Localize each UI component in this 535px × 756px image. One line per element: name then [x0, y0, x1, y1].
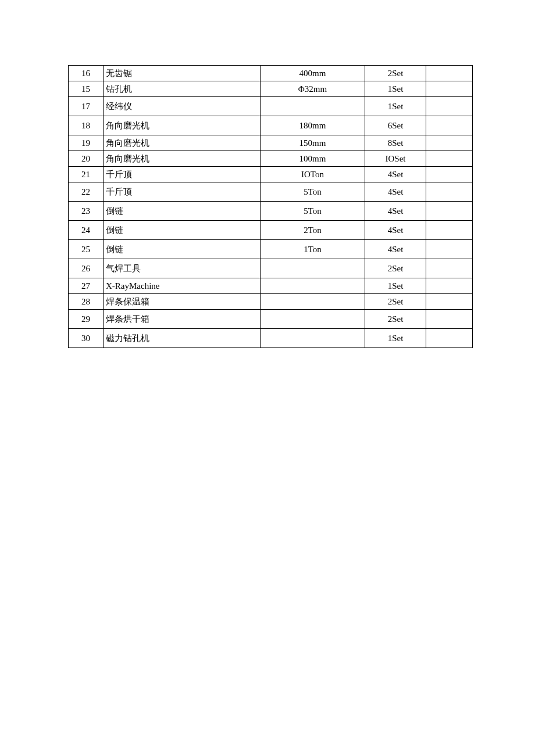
table-row: 20角向磨光机100mmIOSet: [69, 151, 473, 167]
cell-num: 24: [69, 221, 104, 240]
cell-num: 16: [69, 66, 104, 81]
cell-num: 23: [69, 202, 104, 221]
cell-name: 倒链: [104, 240, 261, 259]
table-row: 21千斤顶IOTon4Set: [69, 167, 473, 182]
cell-spec: [261, 259, 365, 278]
table-row: 27X-RayMachine1Set: [69, 278, 473, 294]
cell-num: 19: [69, 135, 104, 151]
cell-name: 钻孔机: [104, 81, 261, 97]
table-row: 25倒链1Ton4Set: [69, 240, 473, 259]
table-row: 19角向磨光机150mm8Set: [69, 135, 473, 151]
cell-remark: [426, 97, 473, 116]
cell-name: 角向磨光机: [104, 151, 261, 167]
cell-remark: [426, 259, 473, 278]
cell-num: 17: [69, 97, 104, 116]
cell-spec: [261, 97, 365, 116]
cell-qty: 1Set: [365, 81, 426, 97]
table-row: 22千斤顶5Ton4Set: [69, 182, 473, 202]
cell-name: 焊条保温箱: [104, 294, 261, 310]
cell-qty: 4Set: [365, 202, 426, 221]
cell-remark: [426, 182, 473, 202]
cell-num: 30: [69, 329, 104, 348]
cell-qty: 1Set: [365, 329, 426, 348]
cell-spec: IOTon: [261, 167, 365, 182]
table-row: 16无齿锯400mm2Set: [69, 66, 473, 81]
cell-qty: 2Set: [365, 310, 426, 329]
cell-name: 角向磨光机: [104, 135, 261, 151]
cell-num: 27: [69, 278, 104, 294]
cell-num: 25: [69, 240, 104, 259]
cell-qty: 2Set: [365, 259, 426, 278]
table-row: 17经纬仪1Set: [69, 97, 473, 116]
cell-qty: 4Set: [365, 182, 426, 202]
cell-spec: 100mm: [261, 151, 365, 167]
cell-remark: [426, 221, 473, 240]
cell-num: 15: [69, 81, 104, 97]
cell-remark: [426, 66, 473, 81]
cell-num: 29: [69, 310, 104, 329]
cell-spec: 400mm: [261, 66, 365, 81]
table-row: 18角向磨光机180mm6Set: [69, 116, 473, 135]
table-row: 24倒链2Ton4Set: [69, 221, 473, 240]
cell-spec: 1Ton: [261, 240, 365, 259]
cell-spec: Φ32mm: [261, 81, 365, 97]
cell-name: 角向磨光机: [104, 116, 261, 135]
cell-qty: 1Set: [365, 97, 426, 116]
cell-remark: [426, 310, 473, 329]
cell-qty: 4Set: [365, 167, 426, 182]
cell-qty: 1Set: [365, 278, 426, 294]
table-row: 15钻孔机Φ32mm1Set: [69, 81, 473, 97]
cell-remark: [426, 240, 473, 259]
cell-remark: [426, 329, 473, 348]
cell-num: 26: [69, 259, 104, 278]
table-row: 28焊条保温箱2Set: [69, 294, 473, 310]
cell-spec: [261, 310, 365, 329]
cell-name: 千斤顶: [104, 182, 261, 202]
cell-remark: [426, 202, 473, 221]
cell-remark: [426, 81, 473, 97]
cell-name: 无齿锯: [104, 66, 261, 81]
cell-spec: 2Ton: [261, 221, 365, 240]
cell-remark: [426, 151, 473, 167]
table-row: 23倒链5Ton4Set: [69, 202, 473, 221]
cell-remark: [426, 135, 473, 151]
cell-spec: [261, 329, 365, 348]
cell-name: X-RayMachine: [104, 278, 261, 294]
cell-remark: [426, 294, 473, 310]
cell-remark: [426, 278, 473, 294]
cell-spec: [261, 278, 365, 294]
cell-name: 倒链: [104, 202, 261, 221]
cell-num: 28: [69, 294, 104, 310]
cell-spec: 5Ton: [261, 202, 365, 221]
cell-num: 21: [69, 167, 104, 182]
cell-name: 磁力钻孔机: [104, 329, 261, 348]
cell-qty: 4Set: [365, 221, 426, 240]
cell-remark: [426, 167, 473, 182]
table-row: 26气焊工具2Set: [69, 259, 473, 278]
cell-num: 18: [69, 116, 104, 135]
cell-spec: 5Ton: [261, 182, 365, 202]
cell-qty: 6Set: [365, 116, 426, 135]
cell-name: 千斤顶: [104, 167, 261, 182]
cell-name: 焊条烘干箱: [104, 310, 261, 329]
cell-qty: 8Set: [365, 135, 426, 151]
cell-spec: 180mm: [261, 116, 365, 135]
cell-num: 22: [69, 182, 104, 202]
cell-spec: 150mm: [261, 135, 365, 151]
cell-name: 倒链: [104, 221, 261, 240]
cell-spec: [261, 294, 365, 310]
cell-qty: 2Set: [365, 294, 426, 310]
cell-num: 20: [69, 151, 104, 167]
cell-qty: 4Set: [365, 240, 426, 259]
equipment-table: 16无齿锯400mm2Set15钻孔机Φ32mm1Set17经纬仪1Set18角…: [68, 65, 473, 348]
cell-remark: [426, 116, 473, 135]
table-row: 30磁力钻孔机1Set: [69, 329, 473, 348]
cell-qty: 2Set: [365, 66, 426, 81]
cell-qty: IOSet: [365, 151, 426, 167]
table-row: 29焊条烘干箱2Set: [69, 310, 473, 329]
cell-name: 经纬仪: [104, 97, 261, 116]
cell-name: 气焊工具: [104, 259, 261, 278]
